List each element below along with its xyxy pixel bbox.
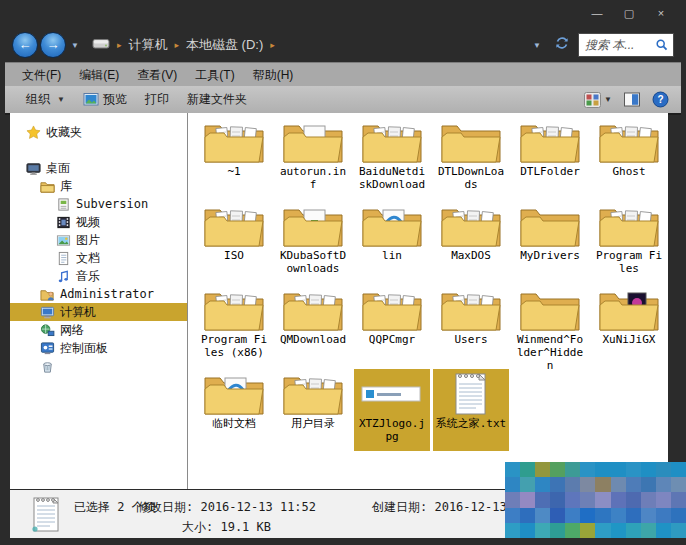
file-name-label: 系统之家.txt (436, 417, 507, 430)
file-item[interactable]: XTZJlogo.jpg (354, 369, 430, 451)
sidebar-spacer (10, 141, 187, 159)
mosaic-cell (656, 477, 671, 492)
sidebar-item-documents[interactable]: 文档 (10, 249, 187, 267)
svg-text:?: ? (657, 94, 663, 105)
menu-item[interactable]: 文件(F) (13, 63, 70, 88)
file-item[interactable]: 用户目录 (275, 369, 351, 453)
file-item[interactable]: KDubaSoftDownloads (275, 201, 351, 285)
mosaic-cell (580, 477, 595, 492)
menu-item[interactable]: 编辑(E) (70, 63, 128, 88)
mosaic-cell (656, 492, 671, 507)
address-dropdown-icon[interactable]: ▼ (533, 41, 541, 50)
music-icon (56, 269, 71, 284)
sidebar-item-videos[interactable]: 视频 (10, 213, 187, 231)
folder-icon (439, 120, 503, 164)
folder-docs-icon (281, 288, 345, 332)
file-name-label: Winmend^Folder^Hidden (514, 333, 586, 372)
mosaic-cell (641, 523, 656, 538)
created-date-text: 创建日期: 2016-12-13 1 (372, 499, 521, 516)
forward-button[interactable]: → (40, 32, 66, 58)
file-name-label: ~1 (227, 165, 240, 178)
file-item[interactable]: BaiduNetdiskDownload (354, 117, 430, 201)
file-item[interactable]: autorun.inf (275, 117, 351, 201)
sidebar-item-desktop[interactable]: 桌面 (10, 159, 187, 177)
mosaic-cell (595, 492, 610, 507)
mosaic-cell (671, 508, 686, 523)
file-item[interactable]: DTLFolder (512, 117, 588, 201)
file-name-label: QQPCmgr (369, 333, 415, 346)
print-button[interactable]: 打印 (136, 88, 178, 111)
control-panel-icon (40, 341, 55, 356)
sidebar-item-label: 计算机 (60, 304, 96, 321)
file-item[interactable]: lin (354, 201, 430, 285)
new-folder-button[interactable]: 新建文件夹 (178, 88, 256, 111)
minimize-button[interactable]: — (588, 6, 606, 21)
sidebar-item-recycle-bin[interactable] (10, 357, 187, 375)
file-item[interactable]: QQPCmgr (354, 285, 430, 369)
mosaic-cell (520, 523, 535, 538)
sidebar-item-label: 文档 (76, 250, 100, 267)
mosaic-cell (580, 462, 595, 477)
file-item[interactable]: ISO (196, 201, 272, 285)
sidebar-item-libraries[interactable]: 库 (10, 177, 187, 195)
menu-item[interactable]: 工具(T) (186, 63, 243, 88)
recent-pages-dropdown-icon[interactable]: ▼ (71, 41, 79, 50)
breadcrumb-segment[interactable]: 计算机 (124, 34, 171, 56)
mosaic-cell (565, 523, 580, 538)
sidebar-item-label: 图片 (76, 232, 100, 249)
file-item[interactable]: 系统之家.txt (433, 369, 509, 451)
change-view-button[interactable]: ▼ (584, 92, 612, 108)
sidebar-item-pictures[interactable]: 图片 (10, 231, 187, 249)
command-toolbar: 组织▼ 预览 打印 新建文件夹 ▼ ? (5, 86, 681, 115)
modified-date-text: 修改日期: 2016-12-13 11:52 (138, 499, 316, 516)
sidebar-item-control-panel[interactable]: 控制面板 (10, 339, 187, 357)
close-button[interactable]: × (652, 6, 670, 21)
file-item[interactable]: Program Files (591, 201, 667, 285)
file-item[interactable]: 临时文档 (196, 369, 272, 453)
sidebar-item-library[interactable]: Subversion (10, 195, 187, 213)
file-item[interactable]: Program Files (x86) (196, 285, 272, 369)
recycle-bin-icon (40, 359, 55, 374)
file-item[interactable]: Winmend^Folder^Hidden (512, 285, 588, 369)
breadcrumb-segment[interactable]: 本地磁盘 (D:) (182, 34, 267, 56)
mosaic-cell (641, 508, 656, 523)
pictures-icon (56, 233, 71, 248)
file-item[interactable]: DTLDownLoads (433, 117, 509, 201)
mosaic-cell (505, 508, 520, 523)
menu-item[interactable]: 查看(V) (128, 63, 186, 88)
breadcrumb: ▸计算机▸本地磁盘 (D:)▸ (114, 34, 278, 56)
menu-item[interactable]: 帮助(H) (244, 63, 303, 88)
file-item[interactable]: MaxDOS (433, 201, 509, 285)
file-item[interactable]: QMDownload (275, 285, 351, 369)
help-button[interactable]: ? (652, 91, 669, 108)
organize-button[interactable]: 组织▼ (17, 88, 74, 111)
sidebar-item-network[interactable]: 网络 (10, 321, 187, 339)
mosaic-cell (641, 462, 656, 477)
back-button[interactable]: ← (12, 32, 38, 58)
file-item[interactable]: Ghost (591, 117, 667, 201)
documents-icon (56, 251, 71, 266)
file-item[interactable]: XuNiJiGX (591, 285, 667, 369)
file-grid: ~1autorun.infBaiduNetdiskDownloadDTLDown… (196, 117, 668, 453)
sidebar-item-favorites-star[interactable]: 收藏夹 (10, 123, 187, 141)
refresh-icon[interactable] (554, 35, 570, 55)
window-controls: — ▢ × (588, 6, 670, 21)
sidebar-item-music[interactable]: 音乐 (10, 267, 187, 285)
mosaic-cell (550, 477, 565, 492)
address-bar: ← → ▼ ▸计算机▸本地磁盘 (D:)▸ ▼ (6, 28, 680, 62)
maximize-button[interactable]: ▢ (620, 6, 638, 21)
search-icon[interactable] (655, 38, 669, 52)
file-size-text: 大小: 19.1 KB (182, 519, 271, 536)
file-name-label: BaiduNetdiskDownload (356, 165, 428, 191)
sidebar-item-user[interactable]: Administrator (10, 285, 187, 303)
folder-icon (518, 288, 582, 332)
preview-button[interactable]: 预览 (74, 88, 136, 111)
desktop-icon (26, 161, 41, 176)
file-item[interactable]: ~1 (196, 117, 272, 201)
mosaic-cell (505, 477, 520, 492)
search-input[interactable] (583, 37, 655, 53)
file-item[interactable]: MyDrivers (512, 201, 588, 285)
file-item[interactable]: Users (433, 285, 509, 369)
sidebar-item-computer[interactable]: 计算机 (10, 303, 187, 321)
preview-pane-button[interactable] (624, 92, 640, 107)
